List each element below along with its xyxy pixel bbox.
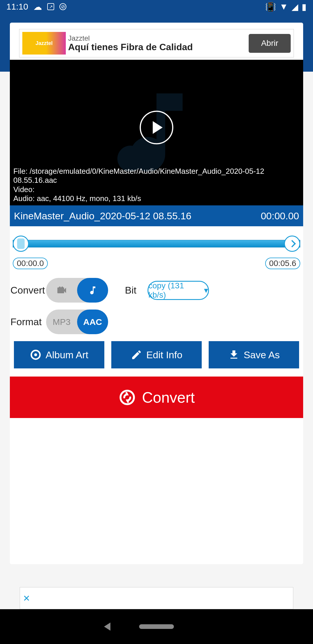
status-left: 11:10 ☁ ↗ ⊘	[6, 2, 66, 12]
ad-cta-button[interactable]: Abrir	[249, 34, 291, 53]
bitrate-button[interactable]: copy (131 kb/s) ▾	[148, 281, 209, 300]
controls: Convert Bit copy (131 kb/s) ▾ Format MP3…	[10, 272, 303, 421]
file-info: File: /storage/emulated/0/KineMaster/Aud…	[10, 164, 303, 205]
convert-video-option[interactable]	[46, 278, 77, 303]
cloud-icon: ☁	[33, 2, 42, 12]
ad-brand: Jazztel	[68, 34, 246, 42]
time-start: 00:00.0	[13, 258, 48, 269]
status-right: 📳 ▼ ◢ ▮	[265, 2, 307, 12]
album-art-label: Album Art	[46, 349, 88, 361]
play-icon	[153, 121, 163, 134]
seek-handle-start[interactable]	[13, 236, 29, 252]
svg-point-4	[34, 353, 37, 356]
format-row: Format MP3 AAC	[10, 310, 303, 334]
convert-row: Convert Bit copy (131 kb/s) ▾	[10, 278, 303, 303]
save-as-label: Save As	[244, 349, 280, 361]
disc-icon	[30, 349, 41, 361]
bottom-ad-banner[interactable]: ✕	[20, 587, 293, 609]
action-row: Album Art Edit Info Save As	[10, 341, 303, 368]
video-icon	[56, 285, 68, 296]
close-icon[interactable]: ✕	[23, 593, 30, 603]
convert-label: Convert	[142, 389, 195, 406]
ad-cta-label: Abrir	[261, 39, 278, 48]
format-mp3-option[interactable]: MP3	[46, 310, 77, 334]
music-icon	[88, 285, 98, 296]
svg-point-2	[61, 286, 63, 288]
video-info: Video:	[13, 185, 300, 194]
seek-bar[interactable]	[13, 240, 300, 247]
download-icon	[228, 349, 240, 361]
player-preview[interactable]: File: /storage/emulated/0/KineMaster/Aud…	[10, 60, 303, 205]
app-icon: ↗	[47, 3, 54, 10]
file-timecode: 00:00.00	[261, 210, 299, 222]
back-button[interactable]	[104, 623, 110, 631]
home-pill[interactable]	[139, 624, 174, 629]
seek-handle-end[interactable]	[284, 236, 300, 252]
convert-button[interactable]: Convert	[10, 377, 303, 418]
file-title-bar: KineMaster_Audio_2020-05-12 08.55.16 00:…	[10, 205, 303, 226]
format-toggle[interactable]: MP3 AAC	[46, 310, 108, 334]
ad-text: Jazztel Aquí tienes Fibra de Calidad	[66, 34, 249, 52]
edit-info-button[interactable]: Edit Info	[111, 341, 202, 368]
edit-info-label: Edit Info	[146, 349, 183, 361]
convert-label: Convert	[10, 285, 46, 296]
ad-image: Jazztel	[22, 32, 66, 55]
convert-dialog: Jazztel Jazztel Aquí tienes Fibra de Cal…	[10, 23, 303, 564]
convert-toggle[interactable]	[46, 278, 108, 303]
convert-audio-option[interactable]	[77, 278, 108, 303]
signal-icon: ◢	[292, 2, 298, 12]
play-button[interactable]	[140, 111, 173, 144]
navigation-bar	[0, 609, 313, 644]
refresh-icon	[118, 388, 136, 406]
file-path: File: /storage/emulated/0/KineMaster/Aud…	[13, 167, 300, 185]
save-as-button[interactable]: Save As	[209, 341, 299, 368]
wifi-icon: ▼	[279, 2, 288, 12]
seek-track[interactable]	[13, 235, 300, 252]
ad-headline: Aquí tienes Fibra de Calidad	[68, 42, 246, 52]
ad-banner[interactable]: Jazztel Jazztel Aquí tienes Fibra de Cal…	[19, 29, 294, 57]
seek-area: 00:00.0 00:05.6	[10, 226, 303, 272]
handle-grip-icon	[17, 238, 25, 249]
file-title: KineMaster_Audio_2020-05-12 08.55.16	[14, 210, 191, 222]
format-aac-option[interactable]: AAC	[77, 310, 108, 334]
chevron-right-icon	[288, 240, 296, 247]
ad-logo-text: Jazztel	[35, 40, 52, 46]
vibrate-icon: 📳	[265, 2, 276, 12]
blocked-icon: ⊘	[59, 3, 66, 10]
time-labels: 00:00.0 00:05.6	[13, 258, 300, 269]
status-time: 11:10	[6, 2, 28, 12]
bit-label: Bit	[124, 285, 142, 296]
album-art-button[interactable]: Album Art	[14, 341, 104, 368]
battery-icon: ▮	[302, 2, 307, 12]
bitrate-value: copy (131 kb/s)	[148, 281, 203, 300]
status-bar: 11:10 ☁ ↗ ⊘ 📳 ▼ ◢ ▮	[0, 0, 313, 13]
audio-info: Audio: aac, 44100 Hz, mono, 131 kb/s	[13, 194, 300, 203]
dropdown-icon: ▾	[204, 285, 208, 295]
svg-point-1	[59, 286, 61, 288]
pencil-icon	[131, 349, 142, 361]
format-label: Format	[10, 316, 46, 328]
time-end: 00:05.6	[265, 258, 300, 269]
